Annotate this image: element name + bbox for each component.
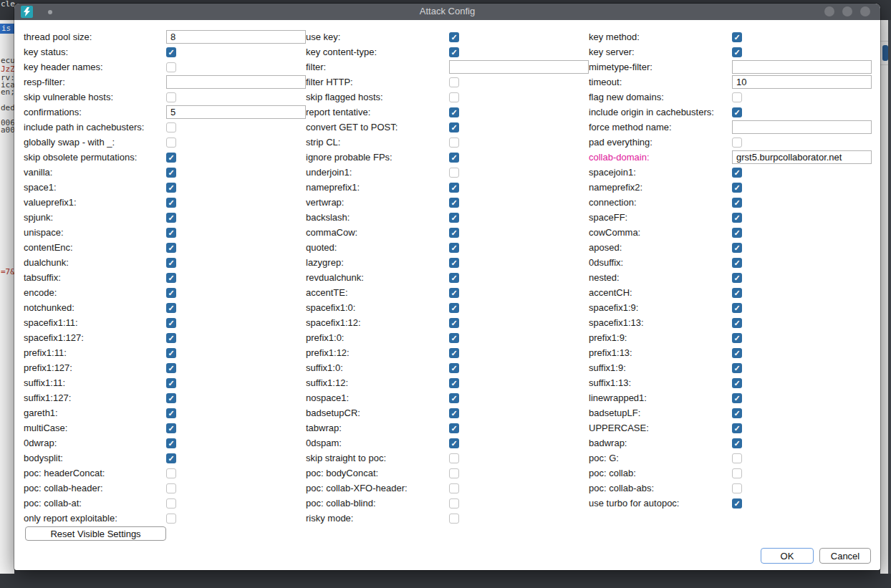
checkbox-lazygrep[interactable]: ✓ <box>449 258 459 268</box>
input-mimetype-filter[interactable] <box>732 60 872 74</box>
checkbox-pad-everything[interactable] <box>732 138 742 148</box>
checkbox-multicase[interactable]: ✓ <box>166 423 176 433</box>
checkbox-spacefix1-11[interactable]: ✓ <box>166 318 176 328</box>
checkbox-linewrapped1[interactable]: ✓ <box>732 393 742 403</box>
input-filter[interactable] <box>449 60 589 74</box>
checkbox-report-tentative[interactable]: ✓ <box>449 107 459 117</box>
input-force-method-name[interactable] <box>732 120 872 134</box>
checkbox-poc-bodyconcat[interactable] <box>449 468 459 478</box>
checkbox-globally-swap-with[interactable] <box>166 138 176 148</box>
input-resp-filter[interactable] <box>166 75 306 89</box>
checkbox-prefix1-127[interactable]: ✓ <box>166 363 176 373</box>
checkbox-use-key[interactable]: ✓ <box>449 32 459 42</box>
checkbox-badwrap[interactable]: ✓ <box>732 438 742 448</box>
checkbox-bodysplit[interactable]: ✓ <box>166 453 176 463</box>
checkbox-spacefix1-13[interactable]: ✓ <box>732 318 742 328</box>
checkbox-spacefix1-127[interactable]: ✓ <box>166 333 176 343</box>
checkbox-spacefix1-0[interactable]: ✓ <box>449 303 459 313</box>
checkbox-suffix1-0[interactable]: ✓ <box>449 363 459 373</box>
checkbox-key-header-names[interactable] <box>166 62 176 72</box>
checkbox-use-turbo-for-autopoc[interactable]: ✓ <box>732 498 742 509</box>
input-collab-domain[interactable] <box>732 150 872 164</box>
checkbox-aposed[interactable]: ✓ <box>732 243 742 253</box>
checkbox-key-method[interactable]: ✓ <box>732 32 742 42</box>
checkbox-dualchunk[interactable]: ✓ <box>166 258 176 268</box>
input-confirmations[interactable] <box>166 105 306 119</box>
checkbox-strip-cl[interactable] <box>449 138 459 148</box>
checkbox-backslash[interactable]: ✓ <box>449 213 459 223</box>
checkbox-spaceff[interactable]: ✓ <box>732 213 742 223</box>
window-control-maximize[interactable] <box>842 6 852 16</box>
checkbox-commacow[interactable]: ✓ <box>449 228 459 238</box>
checkbox-prefix1-0[interactable]: ✓ <box>449 333 459 343</box>
reset-visible-settings-button[interactable]: Reset Visible Settings <box>25 526 166 541</box>
checkbox-skip-obsolete-permutations[interactable]: ✓ <box>166 153 176 163</box>
checkbox-nameprefix2[interactable]: ✓ <box>732 183 742 193</box>
checkbox-vertwrap[interactable]: ✓ <box>449 198 459 208</box>
checkbox-poc-collab-abs[interactable] <box>732 483 742 493</box>
checkbox-poc-g[interactable] <box>732 453 742 463</box>
checkbox-only-report-exploitable[interactable] <box>166 514 176 524</box>
checkbox-prefix1-12[interactable]: ✓ <box>449 348 459 358</box>
ok-button[interactable]: OK <box>761 548 814 564</box>
checkbox-skip-flagged-hosts[interactable] <box>449 92 459 102</box>
checkbox-vanilla[interactable]: ✓ <box>166 168 176 178</box>
checkbox-include-origin-in-cachebusters[interactable]: ✓ <box>732 107 742 117</box>
checkbox-convert-get-to-post[interactable]: ✓ <box>449 122 459 132</box>
checkbox-revdualchunk[interactable]: ✓ <box>449 273 459 283</box>
checkbox-flag-new-domains[interactable] <box>732 92 742 102</box>
dialog-titlebar[interactable]: Attack Config <box>14 4 880 20</box>
checkbox-prefix1-11[interactable]: ✓ <box>166 348 176 358</box>
input-timeout[interactable] <box>732 75 872 89</box>
checkbox-spacefix1-12[interactable]: ✓ <box>449 318 459 328</box>
checkbox-suffix1-12[interactable]: ✓ <box>449 378 459 388</box>
checkbox-space1[interactable]: ✓ <box>166 183 176 193</box>
checkbox-unispace[interactable]: ✓ <box>166 228 176 238</box>
checkbox-suffix1-127[interactable]: ✓ <box>166 393 176 403</box>
checkbox-suffix1-13[interactable]: ✓ <box>732 378 742 388</box>
checkbox-key-status[interactable]: ✓ <box>166 47 176 57</box>
checkbox-encode[interactable]: ✓ <box>166 288 176 298</box>
checkbox-badsetuplf[interactable]: ✓ <box>732 408 742 418</box>
checkbox-connection[interactable]: ✓ <box>732 198 742 208</box>
checkbox-poc-collab[interactable] <box>732 468 742 478</box>
checkbox-valueprefix1[interactable]: ✓ <box>166 198 176 208</box>
checkbox-0dspam[interactable]: ✓ <box>449 438 459 448</box>
checkbox-tabsuffix[interactable]: ✓ <box>166 273 176 283</box>
checkbox-0dwrap[interactable]: ✓ <box>166 438 176 448</box>
checkbox-include-path-in-cachebusters[interactable] <box>166 122 176 132</box>
checkbox-quoted[interactable]: ✓ <box>449 243 459 253</box>
checkbox-key-content-type[interactable]: ✓ <box>449 47 459 57</box>
checkbox-cowcomma[interactable]: ✓ <box>732 228 742 238</box>
checkbox-key-server[interactable]: ✓ <box>732 47 742 57</box>
checkbox-suffix1-11[interactable]: ✓ <box>166 378 176 388</box>
checkbox-badsetupcr[interactable]: ✓ <box>449 408 459 418</box>
checkbox-poc-collab-header[interactable] <box>166 483 176 493</box>
checkbox-accentch[interactable]: ✓ <box>732 288 742 298</box>
checkbox-filter-http[interactable] <box>449 77 459 87</box>
checkbox-spjunk[interactable]: ✓ <box>166 213 176 223</box>
checkbox-spacejoin1[interactable]: ✓ <box>732 168 742 178</box>
checkbox-poc-collab-blind[interactable] <box>449 498 459 509</box>
checkbox-accentte[interactable]: ✓ <box>449 288 459 298</box>
checkbox-nameprefix1[interactable]: ✓ <box>449 183 459 193</box>
input-thread-pool-size[interactable] <box>166 30 306 44</box>
checkbox-spacefix1-9[interactable]: ✓ <box>732 303 742 313</box>
checkbox-skip-straight-to-poc[interactable] <box>449 453 459 463</box>
cancel-button[interactable]: Cancel <box>819 548 871 564</box>
checkbox-risky-mode[interactable] <box>449 514 459 524</box>
checkbox-contentenc[interactable]: ✓ <box>166 243 176 253</box>
window-control-minimize[interactable] <box>824 6 834 16</box>
checkbox-skip-vulnerable-hosts[interactable] <box>166 92 176 102</box>
checkbox-suffix1-9[interactable]: ✓ <box>732 363 742 373</box>
checkbox-tabwrap[interactable]: ✓ <box>449 423 459 433</box>
window-control-close[interactable] <box>860 6 870 16</box>
checkbox-uppercase[interactable]: ✓ <box>732 423 742 433</box>
checkbox-nested[interactable]: ✓ <box>732 273 742 283</box>
checkbox-prefix1-9[interactable]: ✓ <box>732 333 742 343</box>
checkbox-ignore-probable-fps[interactable]: ✓ <box>449 153 459 163</box>
checkbox-notchunked[interactable]: ✓ <box>166 303 176 313</box>
checkbox-poc-collab-xfo-header[interactable] <box>449 483 459 493</box>
scrollbar-thumb[interactable] <box>882 45 888 61</box>
checkbox-poc-collab-at[interactable] <box>166 498 176 509</box>
